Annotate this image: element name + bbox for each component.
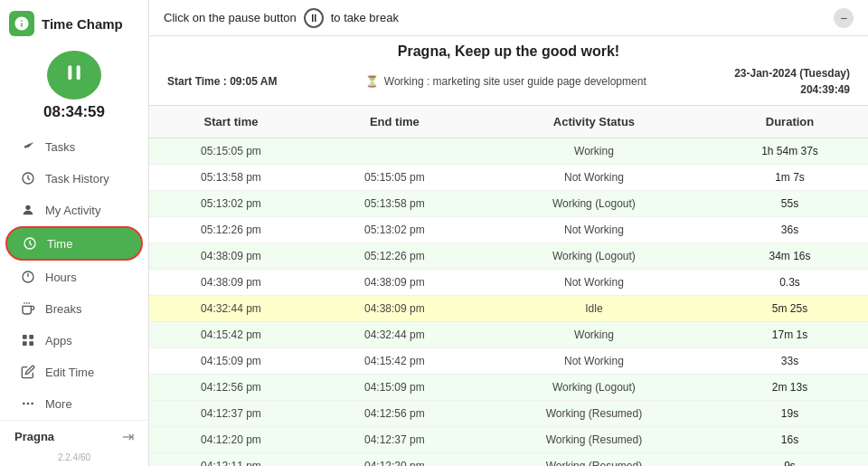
sidebar-nav: Tasks Task History My Activity Time Hour… [0,130,148,420]
cell-end-time: 05:13:02 pm [313,217,476,243]
cell-start-time: 04:38:09 pm [149,270,313,296]
cell-end-time: 05:12:26 pm [313,243,476,270]
cell-end-time: 04:12:37 pm [313,427,476,453]
cell-status: Not Working [476,165,712,191]
cell-status: Working [476,138,712,165]
sidebar: Time Champ 08:34:59 Tasks Task History M… [0,0,149,466]
sidebar-item-label: Time [47,237,72,251]
more-icon [20,395,36,412]
logo-icon [9,11,34,36]
header-info: Start Time : 09:05 AM ⏳ Working : market… [167,65,850,98]
sidebar-item-hours[interactable]: Hours [5,262,143,292]
sidebar-item-tasks[interactable]: Tasks [5,131,143,162]
table-header-row: Start time End time Activity Status Dura… [149,106,868,138]
cell-end-time: 05:13:58 pm [313,191,476,217]
table-row: 04:12:37 pm 04:12:56 pm Working (Resumed… [149,401,868,427]
col-end-time: End time [313,106,476,138]
sidebar-item-apps[interactable]: Apps [5,325,143,356]
cell-status: Working (Resumed) [476,453,712,467]
history-icon [20,170,36,186]
cell-start-time: 04:12:37 pm [149,401,313,427]
cell-end-time: 04:15:42 pm [313,348,476,375]
cell-status: Working [476,322,712,348]
pause-icon-inline [304,8,324,28]
table-row: 04:15:42 pm 04:32:44 pm Working 17m 1s [149,322,868,348]
cell-start-time: 05:13:58 pm [149,165,313,191]
cell-status: Working (Logout) [476,243,712,270]
apps-icon [20,332,36,348]
timer-display: 08:34:59 [43,103,105,121]
app-title: Time Champ [42,16,123,32]
cell-duration: 9s [712,453,868,467]
cell-duration: 33s [712,348,868,375]
sidebar-item-label: Tasks [45,140,75,154]
svg-rect-13 [29,341,33,346]
cell-duration: 2m 13s [712,375,868,401]
sidebar-item-label: Apps [45,334,72,347]
cell-status: Working (Resumed) [476,401,712,427]
table-body: 05:15:05 pm Working 1h 54m 37s 05:13:58 … [149,138,868,467]
cell-duration: 1h 54m 37s [712,138,868,165]
cell-duration: 5m 25s [712,296,868,322]
cell-start-time: 04:15:09 pm [149,348,313,375]
cell-status: Not Working [476,348,712,375]
sidebar-item-breaks[interactable]: Breaks [5,293,143,324]
cell-duration: 17m 1s [712,322,868,348]
cell-start-time: 04:15:42 pm [149,322,313,348]
table-row: 04:12:11 pm 04:12:20 pm Working (Resumed… [149,453,868,467]
activity-table: Start time End time Activity Status Dura… [149,106,868,466]
cell-end-time: 05:15:05 pm [313,165,476,191]
header-date: 23-Jan-2024 (Tuesday) 204:39:49 [734,65,850,98]
working-label: ⏳ Working : marketing site user guide pa… [365,75,646,88]
table-row: 04:32:44 pm 04:38:09 pm Idle 5m 25s [149,296,868,322]
svg-rect-1 [77,65,80,80]
cell-status: Not Working [476,270,712,296]
col-duration: Duration [712,106,868,138]
hours-icon [20,269,36,285]
cell-end-time: 04:12:20 pm [313,453,476,467]
sidebar-item-label: Breaks [45,302,81,316]
app-version: 2.2.4/60 [58,452,90,466]
sidebar-username: Pragna [14,430,54,443]
svg-rect-10 [23,335,27,339]
cell-status: Idle [476,296,712,322]
svg-point-15 [27,403,30,405]
table-row: 05:12:26 pm 05:13:02 pm Not Working 36s [149,217,868,243]
sidebar-item-edit-time[interactable]: Edit Time [5,357,143,387]
cell-status: Working (Logout) [476,375,712,401]
table-row: 04:38:09 pm 05:12:26 pm Working (Logout)… [149,243,868,270]
svg-point-3 [25,205,30,210]
cell-duration: 0.3s [712,270,868,296]
sidebar-item-task-history[interactable]: Task History [5,163,143,194]
user-avatar [47,51,101,100]
col-activity-status: Activity Status [476,106,712,138]
cell-start-time: 04:32:44 pm [149,296,313,322]
logout-icon[interactable]: ⇥ [122,428,134,445]
hourglass-icon: ⏳ [365,75,379,88]
cell-end-time: 04:15:09 pm [313,375,476,401]
table-row: 04:15:09 pm 04:15:42 pm Not Working 33s [149,348,868,375]
sidebar-item-more[interactable]: More [5,388,143,419]
close-button[interactable]: − [834,8,854,28]
cell-duration: 16s [712,427,868,453]
sidebar-item-my-activity[interactable]: My Activity [5,195,143,225]
cell-status: Not Working [476,217,712,243]
banner-text-before: Click on the pause button [164,11,297,24]
cell-end-time: 04:12:56 pm [313,401,476,427]
sidebar-item-time[interactable]: Time [5,226,143,261]
header-title: Pragna, Keep up the good work! [167,43,850,60]
banner-message: Click on the pause button to take break [164,8,399,28]
banner-text-after: to take break [331,11,399,24]
cell-start-time: 04:12:20 pm [149,427,313,453]
edittime-icon [20,364,36,380]
cell-duration: 34m 16s [712,243,868,270]
cell-end-time: 04:38:09 pm [313,270,476,296]
table-row: 05:15:05 pm Working 1h 54m 37s [149,138,868,165]
cell-start-time: 04:12:56 pm [149,375,313,401]
tasks-icon [20,138,36,155]
table-row: 05:13:02 pm 05:13:58 pm Working (Logout)… [149,191,868,217]
cell-start-time: 05:13:02 pm [149,191,313,217]
sidebar-item-label: More [45,397,72,411]
cell-start-time: 04:38:09 pm [149,243,313,270]
cell-start-time: 05:12:26 pm [149,217,313,243]
